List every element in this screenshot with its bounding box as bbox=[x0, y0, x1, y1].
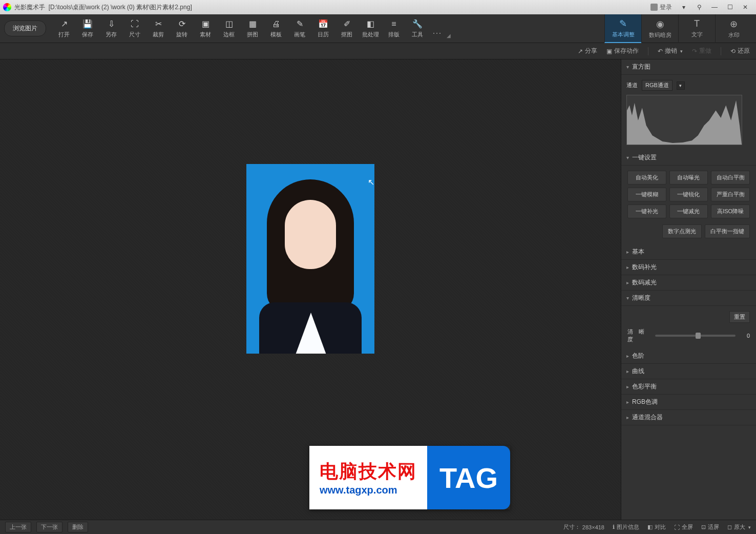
tool-icon: ◫ bbox=[224, 19, 234, 29]
tool-9[interactable]: 🖨模板 bbox=[264, 17, 288, 40]
prev-button[interactable]: 上一张 bbox=[5, 522, 31, 532]
chevron-down-icon: ▾ bbox=[626, 155, 629, 160]
share-button[interactable]: ↗分享 bbox=[578, 47, 597, 55]
preset-button-1[interactable]: 自动曝光 bbox=[669, 171, 708, 184]
preset-button-3[interactable]: 一键模糊 bbox=[627, 188, 666, 201]
clarity-header[interactable]: ▾ 清晰度 bbox=[621, 291, 756, 306]
collapsed-section-14[interactable]: ▸通道混合器 bbox=[621, 410, 756, 425]
collapsed-section-12[interactable]: ▸色彩平衡 bbox=[621, 379, 756, 395]
preset-button-6[interactable]: 一键补光 bbox=[627, 204, 666, 218]
fullscreen-button[interactable]: ⛶全屏 bbox=[674, 523, 693, 531]
tool-0[interactable]: ↗打开 bbox=[52, 17, 76, 40]
save-action-button[interactable]: ▣保存动作 bbox=[606, 47, 639, 55]
tool-icon: ↗ bbox=[59, 19, 69, 29]
clarity-slider[interactable] bbox=[655, 335, 736, 337]
tool-label: 素材 bbox=[200, 31, 211, 38]
dropdown-icon[interactable]: ▾ bbox=[676, 2, 691, 13]
delete-button[interactable]: 删除 bbox=[68, 522, 88, 532]
slider-thumb-icon[interactable] bbox=[696, 333, 701, 339]
preset-grid: 自动美化自动曝光自动白平衡一键模糊一键锐化严重白平衡一键补光一键减光高ISO降噪 bbox=[621, 166, 756, 223]
tool-label: 日历 bbox=[318, 31, 329, 38]
preset-button-8[interactable]: 高ISO降噪 bbox=[711, 204, 750, 218]
channel-dropdown-icon[interactable]: ▾ bbox=[677, 81, 685, 90]
info-icon: ℹ bbox=[613, 524, 615, 530]
chevron-right-icon: ▸ bbox=[626, 384, 629, 389]
tool-icon: 📅 bbox=[318, 19, 328, 29]
preset-button-7[interactable]: 一键减光 bbox=[669, 204, 708, 218]
collapsed-section-2[interactable]: ▸数码减光 bbox=[621, 275, 756, 291]
presets-header[interactable]: ▾ 一键设置 bbox=[621, 150, 756, 166]
photo-preview bbox=[246, 164, 374, 354]
collapsed-section-0[interactable]: ▸基本 bbox=[621, 244, 756, 260]
tool-group: ↗打开💾保存⇩另存⛶尺寸✂裁剪⟳旋转▣素材◫边框▦拼图🖨模板✎画笔📅日历✐抠图◧… bbox=[52, 17, 429, 40]
tool-7[interactable]: ◫边框 bbox=[217, 17, 241, 40]
image-info-button[interactable]: ℹ图片信息 bbox=[613, 523, 639, 531]
tool-more-icon[interactable]: ⋯ bbox=[429, 27, 439, 38]
clarity-slider-label: 清 晰 度 bbox=[627, 328, 651, 343]
fullscreen-icon: ⛶ bbox=[674, 524, 680, 530]
next-button[interactable]: 下一张 bbox=[36, 522, 62, 532]
preset-button-0[interactable]: 自动美化 bbox=[627, 171, 666, 184]
collapsed-section-11[interactable]: ▸曲线 bbox=[621, 364, 756, 379]
tool-8[interactable]: ▦拼图 bbox=[241, 17, 264, 40]
fit-button[interactable]: ⊡适屏 bbox=[701, 523, 719, 531]
chevron-right-icon: ▸ bbox=[626, 264, 629, 270]
browse-button[interactable]: 浏览图片 bbox=[4, 20, 46, 36]
tool-3[interactable]: ⛶尺寸 bbox=[123, 17, 146, 40]
tool-14[interactable]: ≡排版 bbox=[382, 17, 406, 40]
chevron-down-icon: ▾ bbox=[626, 295, 629, 301]
collapsed-section-10[interactable]: ▸色阶 bbox=[621, 348, 756, 364]
watermark-line2: www.tagxp.com bbox=[320, 484, 417, 496]
histogram-header[interactable]: ▾ 直方图 bbox=[621, 59, 756, 75]
window-controls: ▾ ⚲ — ☐ ✕ bbox=[676, 2, 753, 13]
tool-11[interactable]: 📅日历 bbox=[311, 17, 335, 40]
chevron-down-icon: ▾ bbox=[626, 64, 629, 70]
watermark-line1: 电脑技术网 bbox=[320, 459, 417, 484]
preset-extra-button-0[interactable]: 数字点测光 bbox=[662, 224, 702, 238]
original-size-button[interactable]: ◻原大▾ bbox=[727, 523, 751, 531]
clarity-reset-button[interactable]: 重置 bbox=[729, 311, 750, 323]
preset-button-2[interactable]: 自动白平衡 bbox=[711, 171, 750, 184]
tab-icon: ⊕ bbox=[730, 18, 738, 30]
tool-label: 另存 bbox=[106, 31, 117, 38]
right-tab-0[interactable]: ✎基本调整 bbox=[604, 14, 641, 43]
tool-label: 工具 bbox=[412, 31, 423, 38]
close-icon[interactable]: ✕ bbox=[738, 2, 753, 13]
compare-icon: ◧ bbox=[647, 524, 653, 530]
tool-15[interactable]: 🔧工具 bbox=[406, 17, 429, 40]
fit-icon: ⊡ bbox=[701, 524, 706, 530]
tool-label: 拼图 bbox=[247, 31, 258, 38]
expand-icon[interactable]: ◢ bbox=[447, 33, 451, 38]
preset-extra-button-1[interactable]: 白平衡一指键 bbox=[705, 224, 750, 238]
minimize-icon[interactable]: — bbox=[707, 2, 722, 13]
tool-5[interactable]: ⟳旋转 bbox=[170, 17, 194, 40]
compare-button[interactable]: ◧对比 bbox=[647, 523, 666, 531]
watermark-tag: TAG bbox=[427, 446, 510, 509]
tab-label: 水印 bbox=[728, 31, 740, 39]
right-tab-3[interactable]: ⊕水印 bbox=[715, 14, 752, 43]
bottom-bar: 上一张 下一张 删除 尺寸：283×418 ℹ图片信息 ◧对比 ⛶全屏 ⊡适屏 … bbox=[0, 520, 756, 534]
preset-button-5[interactable]: 严重白平衡 bbox=[711, 188, 750, 201]
maximize-icon[interactable]: ☐ bbox=[722, 2, 738, 13]
collapsed-section-1[interactable]: ▸数码补光 bbox=[621, 260, 756, 275]
tool-6[interactable]: ▣素材 bbox=[194, 17, 217, 40]
tool-4[interactable]: ✂裁剪 bbox=[146, 17, 170, 40]
tab-label: 文字 bbox=[691, 31, 703, 38]
tool-12[interactable]: ✐抠图 bbox=[335, 17, 359, 40]
canvas-area[interactable]: ↖ 电脑技术网 www.tagxp.com TAG bbox=[0, 59, 621, 520]
tool-10[interactable]: ✎画笔 bbox=[288, 17, 311, 40]
undo-button[interactable]: ↶撤销▾ bbox=[658, 47, 683, 55]
login-button[interactable]: 登录 bbox=[650, 3, 672, 12]
tool-13[interactable]: ◧批处理 bbox=[359, 17, 382, 40]
preset-button-4[interactable]: 一键锐化 bbox=[669, 188, 708, 201]
tool-2[interactable]: ⇩另存 bbox=[99, 17, 123, 40]
right-tab-2[interactable]: T文字 bbox=[678, 14, 715, 43]
pin-icon[interactable]: ⚲ bbox=[691, 2, 707, 13]
channel-select[interactable]: RGB通道 bbox=[642, 80, 673, 91]
collapsed-section-13[interactable]: ▸RGB色调 bbox=[621, 395, 756, 410]
right-tab-1[interactable]: ◉数码暗房 bbox=[641, 14, 678, 43]
redo-button[interactable]: ↷重做 bbox=[692, 47, 711, 55]
window-title: 光影魔术手 [D:\tools\桌面\work (2) \work (0) 素材… bbox=[14, 3, 650, 12]
restore-button[interactable]: ⟲还原 bbox=[730, 47, 750, 55]
tool-1[interactable]: 💾保存 bbox=[76, 17, 99, 40]
